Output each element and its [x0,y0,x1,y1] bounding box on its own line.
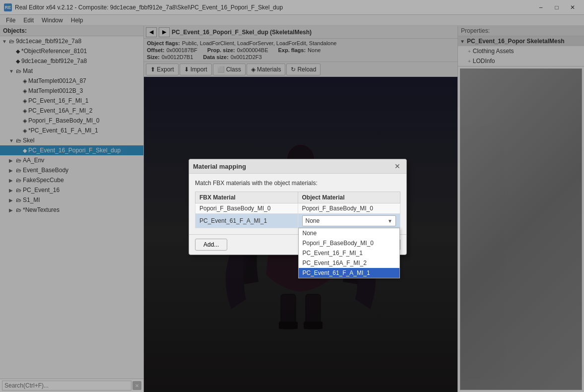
dropdown-option[interactable]: PC_Event_16A_F_MI_2 [299,258,400,268]
modal-close-button[interactable]: ✕ [392,161,402,171]
dropdown-cell: None ▼ NonePopori_F_BaseBody_MI_0PC_Even… [298,214,400,228]
add-button[interactable]: Add... [195,239,227,251]
modal-title: Material mapping [193,163,246,170]
col-obj-header: Object Material [298,192,400,203]
table-row: PC_Event_61_F_A_MI_1 None ▼ NonePopori_F… [195,214,400,228]
material-mapping-modal: Material mapping ✕ Match FBX materials w… [189,159,407,255]
obj-material-dropdown[interactable]: None ▼ [302,215,396,226]
material-mapping-table: FBX Material Object Material Popori_F_Ba… [195,192,400,228]
dropdown-option[interactable]: None [299,228,400,238]
dropdown-option[interactable]: Popori_F_BaseBody_MI_0 [299,238,400,248]
col-fbx-header: FBX Material [195,192,298,203]
dropdown-option[interactable]: PC_Event_16_F_MI_1 [299,248,400,258]
dropdown-arrow-icon: ▼ [388,218,392,224]
fbx-material-1: PC_Event_61_F_A_MI_1 [195,214,298,228]
table-row: Popori_F_BaseBody_MI_0 Popori_F_BaseBody… [195,203,400,214]
obj-material-0: Popori_F_BaseBody_MI_0 [298,203,400,214]
dropdown-option[interactable]: PC_Event_61_F_A_MI_1 [299,268,400,278]
fbx-material-0: Popori_F_BaseBody_MI_0 [195,203,298,214]
modal-body: Match FBX materials with the object mate… [189,174,406,234]
modal-overlay: Material mapping ✕ Match FBX materials w… [0,0,584,392]
modal-titlebar: Material mapping ✕ [189,159,406,174]
modal-description: Match FBX materials with the object mate… [195,180,400,187]
dropdown-value: None [306,217,320,224]
dropdown-menu: NonePopori_F_BaseBody_MI_0PC_Event_16_F_… [298,228,400,278]
